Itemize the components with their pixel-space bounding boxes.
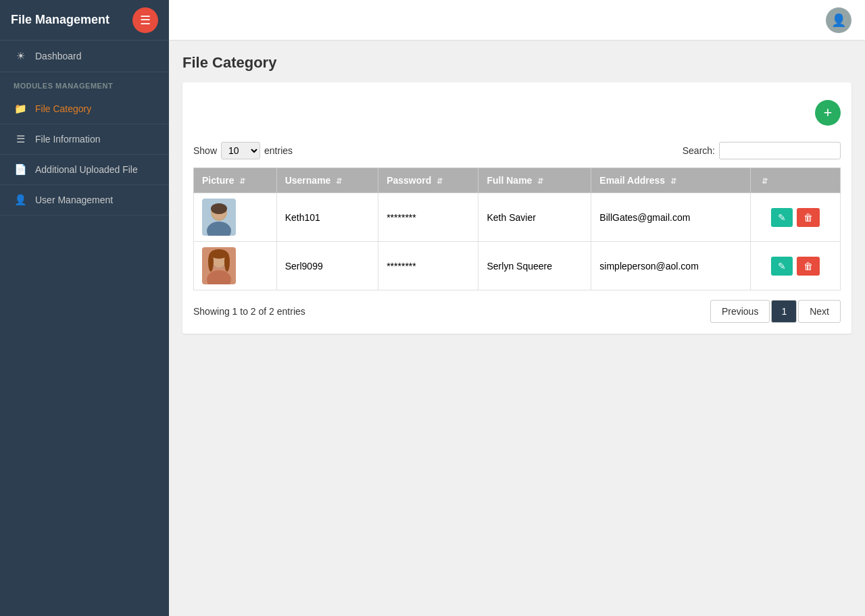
additional-uploaded-label: Additional Uploaded File xyxy=(35,164,138,175)
sort-icon-actions: ⇵ xyxy=(762,177,768,185)
cell-actions: ✎🗑 xyxy=(750,242,840,290)
cell-username: Keth101 xyxy=(276,193,378,242)
table-header-row: Picture ⇵ Username ⇵ Password ⇵ Full Nam… xyxy=(194,168,841,193)
table-row: Keth101********Keth SavierBillGates@gmai… xyxy=(194,193,841,242)
cell-picture xyxy=(194,193,277,242)
showing-text: Showing 1 to 2 of 2 entries xyxy=(193,306,305,317)
edit-button-row-1[interactable]: ✎ xyxy=(771,257,793,276)
female-avatar xyxy=(202,247,236,284)
sidebar-item-file-category[interactable]: 📁 File Category xyxy=(0,94,169,124)
col-password[interactable]: Password ⇵ xyxy=(378,168,478,193)
delete-button-row-0[interactable]: 🗑 xyxy=(797,208,820,227)
svg-point-11 xyxy=(210,249,228,259)
sidebar-item-user-management[interactable]: 👤 User Management xyxy=(0,185,169,215)
main-content: File Category + Show 10 25 50 100 entrie… xyxy=(169,41,865,616)
pagination-buttons: Previous 1 Next xyxy=(710,300,841,323)
sort-icon-email: ⇵ xyxy=(670,177,676,185)
sidebar-item-dashboard[interactable]: ☀ Dashboard xyxy=(0,41,169,72)
topbar: 👤 xyxy=(169,0,865,41)
edit-button-row-0[interactable]: ✎ xyxy=(771,208,793,227)
cell-email: simpleperson@aol.com xyxy=(591,242,750,290)
add-button[interactable]: + xyxy=(815,100,841,126)
col-email[interactable]: Email Address ⇵ xyxy=(591,168,750,193)
col-picture[interactable]: Picture ⇵ xyxy=(194,168,277,193)
app-title: File Management xyxy=(11,13,124,27)
delete-button-row-1[interactable]: 🗑 xyxy=(797,257,820,276)
col-username[interactable]: Username ⇵ xyxy=(276,168,378,193)
actions-container: ✎🗑 xyxy=(759,257,832,276)
file-information-icon: ☰ xyxy=(14,133,27,145)
content-panel: + Show 10 25 50 100 entries Search: xyxy=(182,82,851,334)
cell-actions: ✎🗑 xyxy=(750,193,840,242)
sort-icon-picture: ⇵ xyxy=(239,177,245,185)
sidebar-header: File Management ☰ xyxy=(0,0,169,41)
entries-label: entries xyxy=(264,145,293,156)
data-table: Picture ⇵ Username ⇵ Password ⇵ Full Nam… xyxy=(193,168,841,290)
male-avatar xyxy=(202,199,236,236)
table-controls: Show 10 25 50 100 entries Search: xyxy=(193,142,841,159)
search-input[interactable] xyxy=(719,142,841,159)
actions-container: ✎🗑 xyxy=(759,208,832,227)
dashboard-icon: ☀ xyxy=(14,50,27,62)
user-management-icon: 👤 xyxy=(14,194,27,206)
col-fullname[interactable]: Full Name ⇵ xyxy=(478,168,591,193)
previous-button[interactable]: Previous xyxy=(710,300,770,323)
show-entries-control: Show 10 25 50 100 entries xyxy=(193,142,293,159)
file-category-label: File Category xyxy=(35,103,91,114)
table-row: Serl9099********Serlyn Squeeresimplepers… xyxy=(194,242,841,290)
sort-icon-fullname: ⇵ xyxy=(537,177,543,185)
search-label: Search: xyxy=(683,145,715,156)
cell-password: ******** xyxy=(378,242,478,290)
search-area: Search: xyxy=(683,142,841,159)
user-management-label: User Management xyxy=(35,195,113,205)
sidebar: File Management ☰ ☀ Dashboard MODULES MA… xyxy=(0,0,169,616)
col-actions: ⇵ xyxy=(750,168,840,193)
dashboard-label: Dashboard xyxy=(35,51,82,61)
file-category-icon: 📁 xyxy=(14,103,27,115)
cell-username: Serl9099 xyxy=(276,242,378,290)
cell-fullname: Keth Savier xyxy=(478,193,591,242)
entries-select[interactable]: 10 25 50 100 xyxy=(221,142,260,159)
sidebar-item-file-information[interactable]: ☰ File Information xyxy=(0,124,169,155)
cell-picture xyxy=(194,242,277,290)
sort-icon-password: ⇵ xyxy=(437,177,443,185)
panel-toolbar: + xyxy=(193,93,841,132)
page-1-button[interactable]: 1 xyxy=(771,300,797,323)
svg-point-4 xyxy=(211,203,227,214)
table-body: Keth101********Keth SavierBillGates@gmai… xyxy=(194,193,841,290)
sidebar-item-additional-uploaded-file[interactable]: 📄 Additional Uploaded File xyxy=(0,155,169,185)
file-information-label: File Information xyxy=(35,134,100,145)
cell-password: ******** xyxy=(378,193,478,242)
show-label: Show xyxy=(193,145,217,156)
additional-uploaded-icon: 📄 xyxy=(14,163,27,176)
sort-icon-username: ⇵ xyxy=(336,177,342,185)
next-button[interactable]: Next xyxy=(798,300,841,323)
avatar[interactable]: 👤 xyxy=(826,7,851,33)
pagination-area: Showing 1 to 2 of 2 entries Previous 1 N… xyxy=(193,300,841,323)
cell-fullname: Serlyn Squeere xyxy=(478,242,591,290)
page-title: File Category xyxy=(182,54,851,72)
menu-button[interactable]: ☰ xyxy=(132,7,158,33)
cell-email: BillGates@gmail.com xyxy=(591,193,750,242)
modules-management-label: MODULES MANAGEMENT xyxy=(0,72,169,94)
